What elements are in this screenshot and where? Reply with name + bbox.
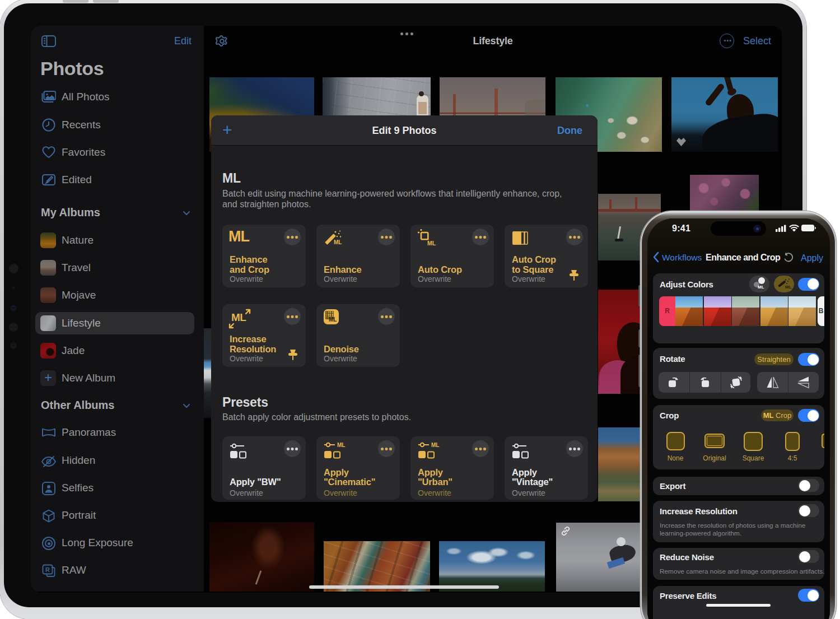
svg-text:R: R	[45, 566, 50, 573]
svg-text:ML: ML	[785, 285, 792, 290]
svg-text:ML: ML	[337, 442, 345, 448]
svg-text:ML: ML	[334, 239, 342, 245]
svg-text:ML: ML	[427, 240, 436, 246]
svg-text:ML: ML	[431, 442, 439, 448]
